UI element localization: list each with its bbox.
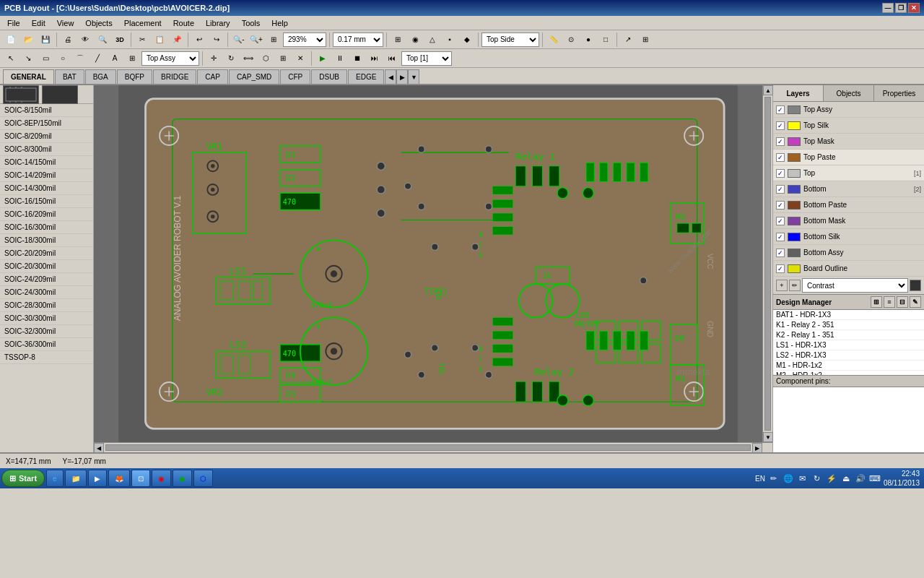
tab-bga[interactable]: BGA bbox=[85, 69, 116, 84]
preview-button[interactable]: 👁 bbox=[77, 32, 93, 48]
menu-view[interactable]: View bbox=[51, 17, 80, 29]
scroll-up-button[interactable]: ▲ bbox=[763, 85, 773, 95]
contrast-select[interactable]: Contrast Normal Fade bbox=[802, 278, 908, 293]
minimize-button[interactable]: — bbox=[882, 3, 894, 13]
comp-soic28-300[interactable]: SOIC-28/300mil bbox=[0, 299, 93, 312]
undo-button[interactable]: ↩ bbox=[191, 32, 207, 48]
dm-icon1[interactable]: ⊞ bbox=[871, 296, 882, 308]
comp-soic16-150[interactable]: SOIC-16/150mil bbox=[0, 195, 93, 208]
color-button[interactable] bbox=[910, 280, 921, 291]
menu-tools[interactable]: Tools bbox=[236, 17, 266, 29]
dm-icon2[interactable]: ≡ bbox=[884, 296, 895, 308]
3d-button[interactable]: 3D bbox=[112, 32, 128, 48]
tab-objects[interactable]: Objects bbox=[824, 85, 874, 101]
layer-bottom-paste[interactable]: Bottom Paste bbox=[773, 197, 924, 213]
layer-checkbox-top-silk[interactable] bbox=[776, 121, 785, 130]
comp-soic36-300[interactable]: SOIC-36/300mil bbox=[0, 338, 93, 351]
align-button[interactable]: ⊞ bbox=[275, 51, 291, 66]
comp-k1[interactable]: K1 - Relay 2 - 351 bbox=[773, 320, 924, 330]
comp-soic14-150[interactable]: SOIC-14/150mil bbox=[0, 156, 93, 169]
comp-soic8-300[interactable]: SOIC-8/300mil bbox=[0, 143, 93, 156]
layer-top-silk[interactable]: Top Silk bbox=[773, 118, 924, 134]
component-list[interactable]: BAT1 - HDR-1X3 K1 - Relay 2 - 351 K2 - R… bbox=[773, 310, 924, 375]
circle-button[interactable]: ○ bbox=[55, 51, 71, 66]
menu-route[interactable]: Route bbox=[167, 17, 200, 29]
side-select[interactable]: Top Side bbox=[481, 33, 539, 47]
restore-button[interactable]: ❐ bbox=[895, 3, 907, 13]
layer-checkbox-bottom-assy[interactable] bbox=[776, 249, 785, 257]
menu-library[interactable]: Library bbox=[200, 17, 236, 29]
tab-cap[interactable]: CAP bbox=[197, 69, 228, 84]
layer-checkbox-bottom-mask[interactable] bbox=[776, 217, 785, 225]
stop-button[interactable]: ⏹ bbox=[349, 51, 365, 66]
print-button[interactable]: 🖨 bbox=[60, 32, 76, 48]
layer-top-assy[interactable]: Top Assy bbox=[773, 102, 924, 118]
layer-bottom-mask[interactable]: Bottom Mask bbox=[773, 213, 924, 229]
mirror-button[interactable]: ⬡ bbox=[258, 51, 274, 66]
snap-button[interactable]: ◉ bbox=[407, 32, 423, 48]
arc-button[interactable]: ⌒ bbox=[72, 51, 88, 66]
run-button[interactable]: ▶ bbox=[315, 51, 331, 66]
measure-button[interactable]: 📏 bbox=[546, 32, 562, 48]
copy-button[interactable]: 📋 bbox=[152, 32, 167, 48]
tab-edge[interactable]: EDGE bbox=[348, 69, 384, 84]
menu-objects[interactable]: Objects bbox=[79, 17, 118, 29]
comp-soic16-209[interactable]: SOIC-16/209mil bbox=[0, 208, 93, 221]
comp-soic18-300[interactable]: SOIC-18/300mil bbox=[0, 234, 93, 247]
add-layer-button[interactable]: + bbox=[776, 280, 788, 291]
scroll-thumb-v[interactable] bbox=[764, 97, 771, 431]
comp-soic30-300[interactable]: SOIC-30/300mil bbox=[0, 312, 93, 325]
edit-layer-button[interactable]: ✏ bbox=[789, 280, 801, 291]
move-button[interactable]: ✛ bbox=[206, 51, 222, 66]
layer-checkbox-bottom-paste[interactable] bbox=[776, 201, 785, 210]
line-button[interactable]: ╱ bbox=[90, 51, 105, 66]
comp-soic20-209[interactable]: SOIC-20/209mil bbox=[0, 247, 93, 260]
taskbar-app-pcb[interactable]: ⊡ bbox=[131, 470, 150, 487]
scroll-left-button[interactable]: ◀ bbox=[94, 443, 104, 453]
menu-help[interactable]: Help bbox=[266, 17, 294, 29]
tab-scroll-left[interactable]: ◀ bbox=[385, 69, 396, 84]
taskbar-app-explorer[interactable]: 📁 bbox=[65, 470, 87, 487]
vertical-scrollbar[interactable]: ▲ ▼ bbox=[762, 85, 772, 442]
taskbar-app-blue[interactable]: ⬡ bbox=[193, 470, 213, 487]
tab-dropdown[interactable]: ▼ bbox=[408, 69, 419, 84]
comp-soic32-300[interactable]: SOIC-32/300mil bbox=[0, 325, 93, 338]
dm-icon3[interactable]: ⊟ bbox=[897, 296, 908, 308]
close-button[interactable]: ✕ bbox=[908, 3, 920, 13]
tab-dsub[interactable]: DSUB bbox=[311, 69, 347, 84]
horizontal-scrollbar[interactable]: ◀ ▶ bbox=[94, 442, 772, 452]
comp-tssop8[interactable]: TSSOP-8 bbox=[0, 351, 93, 364]
comp-soic24-209[interactable]: SOIC-24/209mil bbox=[0, 273, 93, 286]
layer-checkbox-bottom-silk[interactable] bbox=[776, 233, 785, 241]
layer-top-paste[interactable]: Top Paste bbox=[773, 150, 924, 165]
layer-checkbox-board-outline[interactable] bbox=[776, 264, 785, 273]
tab-scroll-right[interactable]: ▶ bbox=[396, 69, 408, 84]
flip-button[interactable]: ⟺ bbox=[240, 51, 256, 66]
zoom-in-button[interactable]: 🔍+ bbox=[248, 32, 264, 48]
copper-button[interactable]: ⊙ bbox=[563, 32, 579, 48]
comp-m1[interactable]: M1 - HDR-1x2 bbox=[773, 361, 924, 371]
tab-bridge[interactable]: BRIDGE bbox=[153, 69, 196, 84]
comp-soic8-150[interactable]: SOIC-8/150mil bbox=[0, 104, 93, 117]
grid-button[interactable]: ⊞ bbox=[390, 32, 406, 48]
cut-button[interactable]: ✂ bbox=[134, 32, 150, 48]
comp-soic14-209[interactable]: SOIC-14/209mil bbox=[0, 169, 93, 182]
flood-button[interactable]: ◆ bbox=[459, 32, 475, 48]
scroll-right-button[interactable]: ▶ bbox=[752, 443, 762, 453]
zoom-select[interactable]: 293% bbox=[283, 33, 326, 47]
trace-width-select[interactable]: 0.17 mm bbox=[333, 33, 383, 47]
tab-cfp[interactable]: CFP bbox=[280, 69, 310, 84]
layer-bottom[interactable]: Bottom [2] bbox=[773, 181, 924, 197]
layer-checkbox-top-paste[interactable] bbox=[776, 153, 785, 162]
tab-bqfp[interactable]: BQFP bbox=[117, 69, 152, 84]
pcb-canvas[interactable]: VR1 D1 D2 470 bbox=[94, 85, 762, 442]
forward-button[interactable]: ⏭ bbox=[367, 51, 383, 66]
layer-top-mask[interactable]: Top Mask bbox=[773, 134, 924, 150]
taskbar-app-green[interactable]: ◉ bbox=[173, 470, 192, 487]
layer-checkbox-top-mask[interactable] bbox=[776, 137, 785, 146]
taskbar-app-ie[interactable]: e bbox=[46, 470, 64, 487]
rotate-button[interactable]: ↻ bbox=[223, 51, 239, 66]
menu-placement[interactable]: Placement bbox=[118, 17, 167, 29]
comp-soic24-300[interactable]: SOIC-24/300mil bbox=[0, 286, 93, 299]
layer-top[interactable]: Top [1] bbox=[773, 165, 924, 181]
